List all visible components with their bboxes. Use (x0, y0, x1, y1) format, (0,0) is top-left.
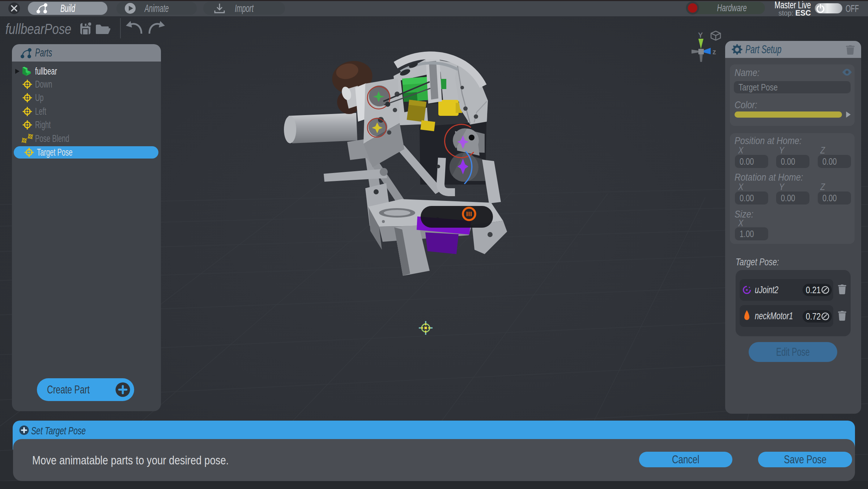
svg-text:z: z (712, 48, 716, 56)
svg-text:Y: Y (698, 31, 703, 39)
